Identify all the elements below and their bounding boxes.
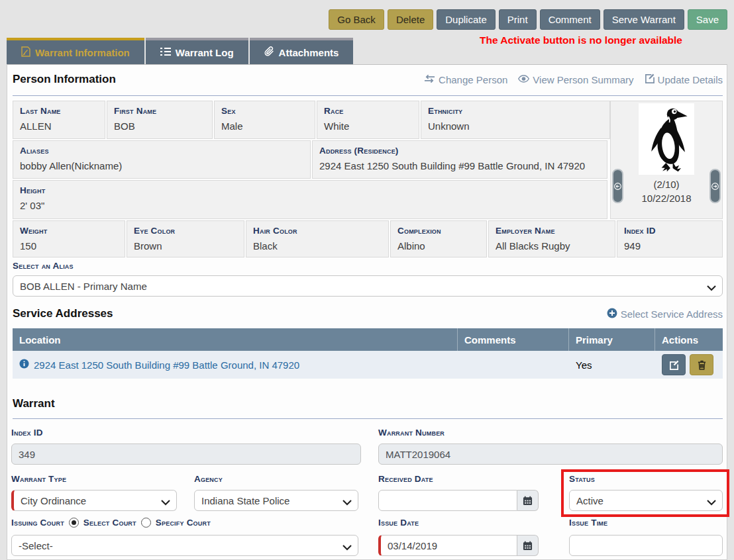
paperclip-icon <box>264 46 274 58</box>
tab-attachments[interactable]: Attachments <box>250 38 354 64</box>
field-last-name: Last Name ALLEN <box>13 101 105 139</box>
select-court-label: Select Court <box>83 518 136 528</box>
warrant-number-label: Warrant Number <box>378 428 445 438</box>
received-date-calendar-button[interactable] <box>517 490 539 511</box>
update-details-link[interactable]: Update Details <box>645 73 723 85</box>
alias-select[interactable]: BOB ALLEN - Primary Name <box>13 275 723 297</box>
update-details-label: Update Details <box>658 74 723 85</box>
delete-address-button[interactable] <box>690 354 713 375</box>
penguin-image <box>643 106 690 172</box>
issuing-court-label: Issuing Court <box>11 518 64 528</box>
issue-time-input[interactable] <box>569 535 723 556</box>
status-value: Active <box>576 495 603 506</box>
index-id-label: Index ID <box>11 428 43 438</box>
warrant-type-value: City Ordinance <box>21 495 86 506</box>
calendar-icon <box>523 496 533 506</box>
select-service-address-link[interactable]: Select Service Address <box>607 308 723 320</box>
received-date-label: Received Date <box>378 474 433 484</box>
view-person-summary-label: View Person Summary <box>533 74 633 85</box>
field-weight: Weight 150 <box>13 220 125 257</box>
select-service-address-label: Select Service Address <box>621 308 723 320</box>
agency-select[interactable]: Indiana State Police <box>194 490 358 511</box>
section-divider <box>13 418 723 419</box>
warrant-type-select[interactable]: City Ordinance <box>11 490 177 511</box>
agency-value: Indiana State Police <box>201 495 289 506</box>
photo-prev-button[interactable] <box>612 169 623 203</box>
view-person-summary-link[interactable]: View Person Summary <box>518 73 633 85</box>
alias-select-value: BOB ALLEN - Primary Name <box>20 281 147 292</box>
issuing-court-select[interactable]: -Select- <box>11 535 358 556</box>
change-person-link[interactable]: Change Person <box>424 73 507 85</box>
column-comments: Comments <box>458 328 569 351</box>
field-eye-color: Eye Color Brown <box>127 220 244 257</box>
chevron-down-icon <box>161 496 170 508</box>
tab-label: Warrant Log <box>176 47 234 58</box>
warrant-number-input[interactable] <box>378 443 723 465</box>
table-row: 2924 East 1250 South Building #99 Battle… <box>13 351 723 379</box>
warrant-title: Warrant <box>13 397 55 410</box>
field-first-name: First Name BOB <box>107 101 213 139</box>
print-button[interactable]: Print <box>499 9 537 30</box>
warrant-information-panel: Person Information Change Person View Pe… <box>7 64 727 560</box>
field-address-residence: Address (Residence) 2924 East 1250 South… <box>312 140 607 179</box>
status-select[interactable]: Active <box>569 490 723 511</box>
delete-button[interactable]: Delete <box>388 9 433 30</box>
list-icon <box>160 47 171 58</box>
issuing-court-radio-group: Issuing Court Select Court Specify Court <box>11 518 211 528</box>
specify-court-radio[interactable] <box>141 518 151 528</box>
person-information-title: Person Information <box>13 73 116 86</box>
column-actions: Actions <box>655 328 723 351</box>
tab-warrant-log[interactable]: Warrant Log <box>146 38 248 64</box>
activate-unavailable-notice: The Activate button is no longer availab… <box>480 34 682 46</box>
status-label: Status <box>569 474 595 484</box>
field-complexion: Complexion Albino <box>390 220 487 257</box>
edit-address-button[interactable] <box>662 354 686 375</box>
photo-date: 10/22/2018 <box>611 191 722 205</box>
warrant-type-label: Warrant Type <box>11 474 66 484</box>
serve-warrant-button[interactable]: Serve Warrant <box>603 9 684 30</box>
tab-label: Attachments <box>279 47 339 58</box>
comment-button[interactable]: Comment <box>540 9 600 30</box>
change-person-label: Change Person <box>439 74 507 85</box>
section-divider <box>13 95 723 96</box>
service-addresses-header: Service Addresses Select Service Address <box>13 307 723 320</box>
field-race: Race White <box>317 101 419 139</box>
field-employer-name: Employer Name All Blacks Rugby <box>488 220 615 257</box>
swap-arrows-icon <box>424 74 435 85</box>
eye-icon <box>518 74 529 85</box>
index-id-input[interactable] <box>11 443 361 465</box>
row-comments <box>458 351 569 379</box>
service-address-link[interactable]: 2924 East 1250 South Building #99 Battle… <box>34 359 299 371</box>
issue-date-label: Issue Date <box>378 518 419 528</box>
field-ethnicity: Ethnicity Unknown <box>421 101 610 139</box>
photo-next-button[interactable] <box>709 169 721 203</box>
photo-counter: (2/10) <box>611 177 722 191</box>
issue-time-label: Issue Time <box>569 518 607 528</box>
trash-icon <box>698 360 706 370</box>
plus-circle-icon <box>607 308 617 320</box>
action-toolbar: Go Back Delete Duplicate Print Comment S… <box>329 9 727 30</box>
person-photo-cell: (2/10) 10/22/2018 <box>610 101 723 219</box>
tab-warrant-information[interactable]: Warrant Information <box>7 38 144 64</box>
arrow-right-circle-icon <box>711 183 719 190</box>
service-address-table: Location Comments Primary Actions 2924 E… <box>13 328 723 379</box>
chevron-down-icon <box>342 496 352 508</box>
received-date-input[interactable] <box>378 490 517 511</box>
info-icon[interactable] <box>19 359 29 371</box>
specify-court-label: Specify Court <box>156 518 211 528</box>
go-back-button[interactable]: Go Back <box>329 9 384 30</box>
document-icon <box>21 46 30 59</box>
service-address-table-header: Location Comments Primary Actions <box>13 328 723 351</box>
edit-square-icon <box>669 360 679 370</box>
save-button[interactable]: Save <box>688 9 727 30</box>
select-court-radio[interactable] <box>69 518 79 528</box>
agency-label: Agency <box>194 474 223 484</box>
issue-date-calendar-button[interactable] <box>517 535 539 556</box>
field-hair-color: Hair Color Black <box>246 220 389 257</box>
edit-square-icon <box>645 73 655 85</box>
tab-bar: Warrant Information Warrant Log Attachme… <box>7 38 353 64</box>
service-addresses-title: Service Addresses <box>13 307 113 320</box>
issue-date-input[interactable] <box>378 535 517 556</box>
duplicate-button[interactable]: Duplicate <box>437 9 496 30</box>
person-photo <box>639 103 694 175</box>
